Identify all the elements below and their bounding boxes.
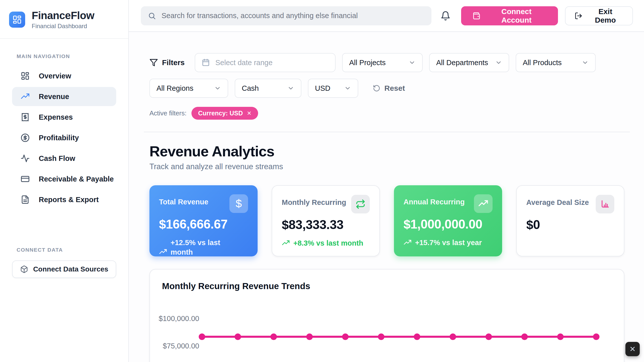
connect-account-label: Connect Account bbox=[486, 7, 547, 24]
filters-row-2: All Regions Cash USD Reset bbox=[149, 79, 624, 98]
stat-cards-row: Total Revenue $ $166,666.67 +12.5% vs la… bbox=[149, 185, 624, 256]
connect-account-button[interactable]: Connect Account bbox=[461, 6, 558, 25]
sidebar-item-label: Overview bbox=[39, 72, 71, 80]
svg-text:$100,000.00: $100,000.00 bbox=[159, 314, 199, 323]
mrr-line-chart: $100,000.00$75,000.00$50,000.00 bbox=[150, 269, 624, 362]
funnel-icon bbox=[149, 58, 158, 67]
exit-demo-label: Exit Demo bbox=[587, 7, 623, 24]
stat-card-total-revenue: Total Revenue $ $166,666.67 +12.5% vs la… bbox=[149, 185, 258, 256]
repeat-icon bbox=[351, 195, 370, 213]
app-logo bbox=[9, 12, 25, 28]
stat-card-monthly-recurring: Monthly Recurring $83,333.33 +8.3% vs la… bbox=[272, 185, 380, 256]
products-filter-value: All Products bbox=[523, 59, 562, 67]
bell-icon bbox=[440, 11, 451, 21]
connect-data-sources-label: Connect Data Sources bbox=[33, 265, 108, 273]
dashboard-grid-icon bbox=[12, 15, 22, 24]
chevron-down-icon bbox=[409, 59, 416, 66]
chevron-down-icon bbox=[344, 85, 351, 92]
app-logo-block: FinanceFlow Financial Dashboard bbox=[0, 0, 128, 39]
sidebar-item-receivable-payable[interactable]: Receivable & Payable bbox=[12, 169, 116, 189]
file-text-icon bbox=[21, 195, 30, 204]
sidebar-item-label: Profitability bbox=[39, 134, 79, 142]
regions-filter-select[interactable]: All Regions bbox=[149, 79, 228, 98]
currency-filter-select[interactable]: USD bbox=[308, 79, 358, 98]
trending-up-icon bbox=[474, 194, 493, 213]
sidebar-item-label: Cash Flow bbox=[39, 154, 75, 163]
active-filter-chip-label: Currency: USD bbox=[198, 110, 243, 117]
sidebar-item-reports-export[interactable]: Reports & Export bbox=[12, 190, 116, 209]
credit-card-icon bbox=[21, 174, 30, 184]
products-filter-select[interactable]: All Products bbox=[516, 53, 596, 72]
overlay-close-button[interactable]: ✕ bbox=[625, 342, 640, 356]
chevron-down-icon bbox=[214, 85, 221, 92]
projects-filter-value: All Projects bbox=[349, 59, 386, 67]
sidebar-item-profitability[interactable]: Profitability bbox=[12, 128, 116, 147]
wallet-icon bbox=[472, 12, 480, 20]
rotate-ccw-icon bbox=[373, 84, 380, 92]
active-filter-chip-currency[interactable]: Currency: USD ✕ bbox=[191, 107, 258, 120]
bar-chart-icon bbox=[596, 195, 614, 213]
sidebar-item-label: Revenue bbox=[39, 93, 69, 101]
page-title: Revenue Analytics bbox=[149, 143, 624, 160]
sidebar-item-label: Expenses bbox=[39, 113, 73, 121]
stat-value: $1,000,000.00 bbox=[404, 217, 493, 232]
stat-label: Average Deal Size bbox=[526, 195, 589, 207]
stat-delta-text: +8.3% vs last month bbox=[293, 239, 363, 248]
mrr-trends-chart-card: Monthly Recurring Revenue Trends $100,00… bbox=[149, 269, 624, 362]
stat-delta: +8.3% vs last month bbox=[282, 239, 365, 248]
reset-filters-button[interactable]: Reset bbox=[373, 84, 405, 93]
package-icon bbox=[20, 265, 28, 273]
sidebar-item-overview[interactable]: Overview bbox=[12, 66, 116, 85]
cash-basis-filter-select[interactable]: Cash bbox=[235, 79, 301, 98]
sidebar: FinanceFlow Financial Dashboard MAIN NAV… bbox=[0, 0, 129, 362]
calendar-icon bbox=[202, 59, 210, 67]
chevron-down-icon bbox=[582, 59, 589, 66]
notifications-button[interactable] bbox=[440, 11, 451, 21]
filters-label: Filters bbox=[162, 58, 185, 67]
active-filters-row: Active filters: Currency: USD ✕ bbox=[149, 107, 624, 120]
stat-value: $83,333.33 bbox=[282, 217, 370, 232]
dashboard-grid-icon bbox=[21, 71, 30, 80]
main-content: Filters Select date range All Projects A… bbox=[129, 32, 644, 362]
chevron-down-icon bbox=[287, 85, 294, 92]
cash-basis-filter-value: Cash bbox=[242, 84, 259, 93]
dollar-icon: $ bbox=[229, 194, 248, 213]
regions-filter-value: All Regions bbox=[156, 84, 193, 93]
stat-value: $166,666.67 bbox=[159, 217, 248, 232]
active-filters-label: Active filters: bbox=[149, 109, 186, 117]
section-divider bbox=[144, 132, 630, 132]
app-subtitle: Financial Dashboard bbox=[32, 23, 94, 30]
departments-filter-select[interactable]: All Departments bbox=[429, 53, 509, 72]
stat-label: Annual Recurring bbox=[404, 194, 465, 206]
stat-label: Total Revenue bbox=[159, 194, 208, 206]
sidebar-item-revenue[interactable]: Revenue bbox=[12, 87, 116, 106]
app-title: FinanceFlow bbox=[32, 10, 94, 22]
activity-icon bbox=[21, 154, 30, 163]
exit-demo-button[interactable]: Exit Demo bbox=[565, 6, 633, 25]
filters-row-1: Filters Select date range All Projects A… bbox=[149, 53, 624, 72]
receipt-icon bbox=[21, 113, 30, 122]
global-search[interactable] bbox=[141, 6, 431, 25]
projects-filter-select[interactable]: All Projects bbox=[342, 53, 423, 72]
stat-delta: +15.7% vs last year bbox=[404, 238, 487, 248]
sidebar-item-expenses[interactable]: Expenses bbox=[12, 108, 116, 127]
page-subtitle: Track and analyze all revenue streams bbox=[149, 162, 624, 171]
connect-data-sources-button[interactable]: Connect Data Sources bbox=[12, 260, 116, 278]
trending-up-icon bbox=[282, 239, 290, 247]
date-range-input[interactable]: Select date range bbox=[195, 53, 336, 72]
currency-filter-value: USD bbox=[315, 84, 330, 93]
stat-delta-text: +12.5% vs last month bbox=[171, 238, 242, 257]
main-navigation-heading: MAIN NAVIGATION bbox=[17, 53, 128, 59]
dollar-circle-icon bbox=[21, 133, 30, 142]
sidebar-item-cash-flow[interactable]: Cash Flow bbox=[12, 149, 116, 168]
stat-card-average-deal-size: Average Deal Size $0 bbox=[516, 185, 624, 256]
sidebar-item-label: Reports & Export bbox=[39, 196, 99, 204]
stat-value: $0 bbox=[526, 217, 614, 232]
stat-card-annual-recurring: Annual Recurring $1,000,000.00 +15.7% vs… bbox=[394, 185, 502, 256]
search-icon bbox=[148, 12, 156, 20]
reset-filters-label: Reset bbox=[384, 84, 405, 93]
chip-remove-icon[interactable]: ✕ bbox=[247, 110, 251, 117]
trending-up-icon bbox=[404, 239, 412, 247]
search-input[interactable] bbox=[162, 12, 424, 20]
date-range-placeholder: Select date range bbox=[215, 59, 272, 67]
